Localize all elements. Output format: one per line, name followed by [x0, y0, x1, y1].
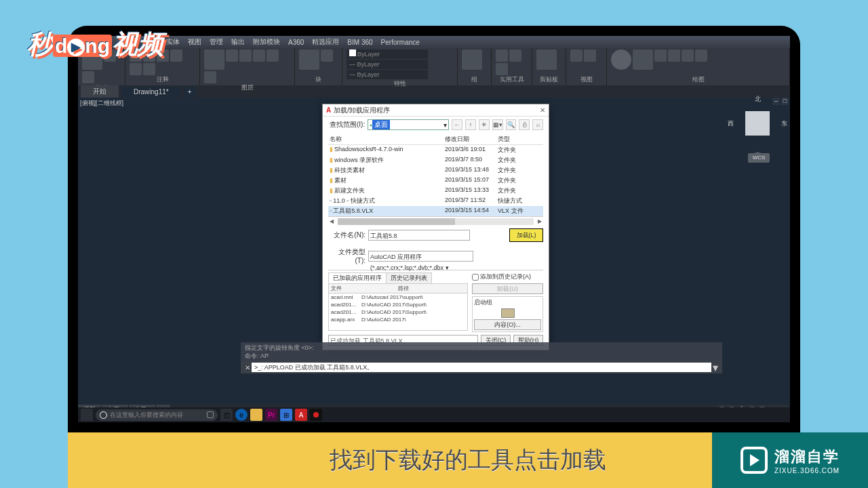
menu-item[interactable]: 输出 [231, 37, 245, 47]
horizontal-scrollbar[interactable]: ◀▶ [328, 218, 543, 225]
explorer-icon[interactable] [250, 409, 262, 421]
windows-taskbar[interactable]: 在这里输入你要搜索的内容 ◫ e Pr ⊞ A [78, 407, 790, 422]
dialog-titlebar[interactable]: A 加载/卸载应用程序 ✕ [323, 104, 549, 117]
file-row[interactable]: ▫工具箱5.8.VLX2019/3/15 14:54VLX 文件 [328, 206, 543, 216]
edge-icon[interactable]: e [235, 409, 248, 421]
tool-icon[interactable] [536, 49, 557, 70]
tool-icon[interactable] [695, 49, 707, 62]
viewport-label[interactable]: [俯视][二维线框] [80, 99, 123, 108]
unload-button[interactable]: 卸载(U) [472, 283, 543, 294]
tool-icon[interactable] [204, 71, 216, 83]
menu-item[interactable]: A360 [288, 39, 304, 46]
settings-icon[interactable]: ⊞ [280, 409, 292, 421]
viewcube-east[interactable]: 东 [781, 119, 787, 128]
taskbar-search[interactable]: 在这里输入你要搜索的内容 [96, 409, 218, 421]
file-row[interactable]: ▫11.0 - 快捷方式2019/3/7 11:52快捷方式 [328, 196, 543, 206]
briefcase-icon[interactable] [501, 308, 515, 318]
tool-icon[interactable] [496, 63, 508, 75]
tool-icon[interactable] [204, 49, 224, 70]
tool-icon[interactable] [509, 49, 521, 62]
menu-item[interactable]: BIM 360 [347, 39, 372, 46]
layer-selector[interactable]: — ByLayer [347, 60, 428, 69]
tool-icon[interactable] [654, 49, 667, 62]
contents-button[interactable]: 内容(O)... [474, 319, 541, 330]
tool-icon[interactable] [170, 49, 182, 62]
tool-icon[interactable] [82, 71, 94, 83]
file-list-header[interactable]: 名称 修改日期 类型 [328, 134, 543, 145]
up-icon[interactable]: ↑ [465, 119, 476, 130]
viewcube-north[interactable]: 北 [755, 95, 761, 104]
command-input[interactable]: >_: APPLOAD 已成功加载 工具箱5.8.VLX。 [252, 363, 711, 372]
filename-input[interactable]: 工具箱5.8 [368, 230, 470, 241]
tool-icon[interactable] [253, 49, 265, 62]
viewport[interactable]: [俯视][二维线框] –□ 北 南 东 西 WCS A 加载/卸载应用程序 ✕ … [78, 98, 790, 391]
tool-icon[interactable] [226, 49, 238, 62]
tool-icon[interactable] [584, 49, 596, 62]
menu-item[interactable]: 附加模块 [253, 37, 280, 47]
cmd-close-icon[interactable]: ✕ [243, 364, 252, 371]
menu-item[interactable]: 视图 [188, 37, 201, 47]
menu-item[interactable]: 管理 [210, 37, 223, 47]
col-file[interactable]: 文件 [331, 285, 398, 292]
tools-icon[interactable]: ⎙ [519, 119, 530, 130]
tab-start[interactable]: 开始 [81, 85, 119, 98]
mic-icon[interactable] [207, 411, 214, 418]
tool-icon[interactable] [143, 63, 155, 75]
layer-selector[interactable]: — ByLayer [347, 70, 428, 79]
menu-item[interactable]: 精选应用 [312, 37, 339, 47]
file-row[interactable]: ▮科技类素材2019/3/15 13:48文件夹 [328, 165, 543, 176]
loaded-app-row[interactable]: acapp.arxD:\AutoCAD 2017\ [329, 316, 467, 323]
look-in-combo[interactable]: ▪桌面▾ [368, 119, 449, 130]
loaded-app-row[interactable]: acad.mnlD:\Autocad 2017\support\ [329, 293, 467, 301]
col-name[interactable]: 名称 [330, 135, 445, 144]
tool-icon[interactable] [239, 49, 252, 62]
col-type[interactable]: 类型 [498, 135, 542, 144]
view-menu-icon[interactable]: ▦▾ [492, 119, 503, 130]
layer-selector[interactable]: ByLayer [347, 49, 428, 59]
cmd-dropdown-icon[interactable]: ▾ [711, 361, 719, 374]
loaded-app-row[interactable]: acad201...D:\AutoCAD 2017\Support\ [329, 308, 467, 316]
menu-item[interactable]: 实体 [166, 37, 180, 47]
tool-icon[interactable] [570, 49, 583, 62]
close-icon[interactable]: ✕ [540, 106, 545, 114]
tool-icon[interactable] [462, 49, 482, 70]
tool-icon[interactable] [299, 49, 319, 70]
viewcube-face[interactable] [745, 111, 770, 136]
restore-icon[interactable]: □ [781, 98, 789, 105]
tool-icon[interactable] [496, 49, 508, 62]
autocad-taskbar-icon[interactable]: A [295, 409, 307, 421]
file-row[interactable]: ▮windows 录屏软件2019/3/7 8:50文件夹 [328, 155, 543, 165]
wcs-badge[interactable]: WCS [748, 153, 770, 163]
search-icon[interactable]: 🔍 [506, 119, 517, 130]
file-row[interactable]: ▮新建文件夹2019/3/15 13:33文件夹 [328, 186, 543, 196]
find-file-icon[interactable]: ⌕ [532, 119, 543, 130]
view-cube[interactable]: 北 南 东 西 [737, 103, 778, 144]
file-row[interactable]: ▮ShadowsocksR-4.7.0-win2019/3/6 19:01文件夹 [328, 145, 543, 155]
tool-icon[interactable] [682, 49, 694, 62]
tool-icon[interactable] [130, 63, 142, 75]
tool-icon[interactable] [633, 49, 653, 70]
col-path[interactable]: 路径 [398, 285, 465, 292]
menu-item[interactable]: Performance [381, 39, 420, 46]
add-history-checkbox[interactable]: 添加到历史记录(A) [472, 272, 543, 281]
tool-icon[interactable] [267, 49, 279, 62]
back-icon[interactable]: ← [452, 119, 462, 130]
filetype-combo[interactable]: AutoCAD 应用程序(*.arx;*.crx;*.lsp;*.dvb;*.d… [368, 251, 473, 262]
file-row[interactable]: ▮素材2019/3/15 15:07文件夹 [328, 176, 543, 186]
task-view-icon[interactable]: ◫ [220, 409, 233, 421]
history-tab[interactable]: 历史记录列表 [386, 272, 432, 283]
loaded-app-row[interactable]: acad201...D:\AutoCAD 2017\Support\ [329, 301, 467, 308]
menu-bar[interactable]: 实体 视图 管理 输出 附加模块 A360 精选应用 BIM 360 Perfo… [78, 36, 790, 48]
tool-icon[interactable] [668, 49, 680, 62]
start-button[interactable] [81, 409, 93, 421]
tab-new[interactable]: + [184, 87, 196, 97]
loaded-apps-tab[interactable]: 已加载的应用程序 [328, 272, 387, 283]
loaded-apps-list[interactable]: 文件路径 acad.mnlD:\Autocad 2017\support\aca… [328, 283, 468, 331]
col-date[interactable]: 修改日期 [445, 135, 498, 144]
recorder-icon[interactable] [310, 409, 322, 421]
tab-drawing[interactable]: Drawing11* [121, 87, 181, 97]
load-button[interactable]: 加载(L) [509, 228, 543, 242]
new-folder-icon[interactable]: ✳ [479, 119, 490, 130]
viewcube-west[interactable]: 西 [728, 119, 734, 128]
adobe-icon[interactable]: Pr [265, 409, 277, 421]
